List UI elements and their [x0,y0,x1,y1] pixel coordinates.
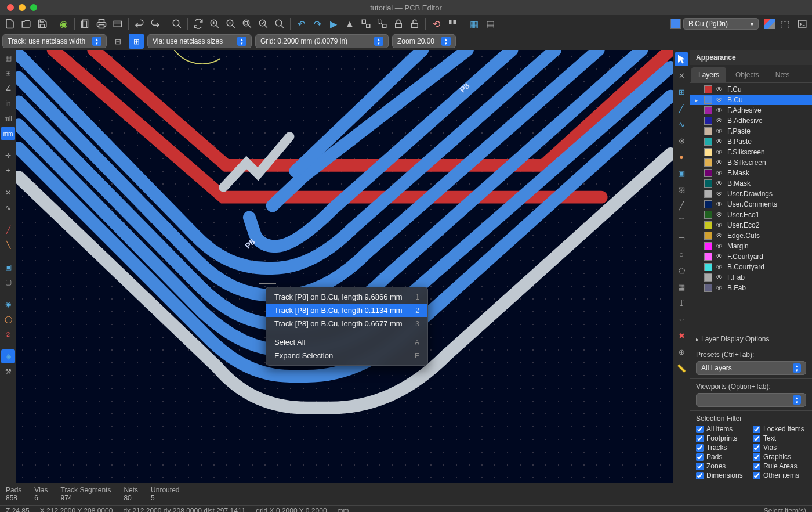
zoom-in-icon[interactable] [207,16,222,31]
rotate-ccw-icon[interactable]: ↶ [293,16,309,31]
layer-color-swatch[interactable] [704,148,712,156]
scripting-icon[interactable]: ⬚ [777,16,792,31]
tab-layers[interactable]: Layers [691,67,726,82]
filter-checkbox[interactable] [696,444,704,452]
layer-row-f-mask[interactable]: 👁 F.Mask [690,168,812,178]
add-dimension-icon[interactable]: ↔ [675,312,688,326]
layer-row-user-comments[interactable]: 👁 User.Comments [690,199,812,210]
draw-line-icon[interactable]: ╱ [675,199,688,212]
layer-visibility-icon[interactable]: 👁 [716,200,724,208]
delete-icon[interactable]: ✖ [675,329,688,342]
filter-checkbox[interactable] [753,453,760,461]
console-icon[interactable] [795,16,810,31]
layer-color-swatch[interactable] [704,253,712,261]
track-fill-icon[interactable]: ⊘ [1,327,15,341]
polar-coords-icon[interactable]: ∠ [1,81,15,95]
layer-visibility-icon[interactable]: 👁 [716,221,724,229]
undo-icon[interactable] [132,16,147,31]
layer-color-swatch[interactable] [704,263,712,271]
layer-visibility-icon[interactable]: 👁 [716,85,724,93]
layer-color-swatch[interactable] [704,85,712,93]
filter-zones[interactable]: Zones [696,462,749,470]
layer-row-b-adhesive[interactable]: 👁 B.Adhesive [690,116,812,126]
layer-row-f-paste[interactable]: 👁 F.Paste [690,126,812,136]
filter-checkbox[interactable] [753,444,760,452]
layer-visibility-icon[interactable]: 👁 [716,232,724,240]
layer-color-swatch[interactable] [704,232,712,240]
layer-row-b-fab[interactable]: 👁 B.Fab [690,283,812,293]
layer-row-f-courtyard[interactable]: 👁 F.Courtyard [690,251,812,262]
zoom-combo[interactable]: Zoom 20.00▴▾ [392,34,456,48]
zone-fill-icon[interactable]: ▣ [1,260,15,274]
unlock-icon[interactable] [407,16,422,31]
net-highlight-icon[interactable]: ✕ [675,68,688,82]
layer-visibility-icon[interactable]: 👁 [716,273,724,282]
filter-locked-items[interactable]: Locked items [753,425,806,433]
find-icon[interactable] [169,16,184,31]
grid-combo[interactable]: Grid: 0.2000 mm (0.0079 in)▴▾ [255,34,389,48]
group-icon[interactable] [358,16,374,31]
new-icon[interactable] [2,16,17,31]
layer-color-swatch[interactable] [704,190,712,198]
layer-visibility-icon[interactable]: 👁 [716,106,724,114]
filter-checkbox[interactable] [753,435,760,442]
layer-row-b-mask[interactable]: 👁 B.Mask [690,178,812,189]
layer-color-swatch[interactable] [704,138,712,146]
minimize-button[interactable] [19,4,26,11]
layer-visibility-icon[interactable]: 👁 [716,117,724,125]
ratsnest-icon[interactable]: ✕ [1,186,15,200]
set-origin-icon[interactable]: ⊕ [675,345,688,359]
measure-icon[interactable]: 📏 [675,361,688,375]
open-icon[interactable] [19,16,34,31]
zone-outline-icon[interactable]: ▢ [1,275,15,289]
mirror-h-icon[interactable]: ▲ [342,16,357,31]
filter-all-items[interactable]: All items [696,425,749,433]
erc-icon[interactable]: ▤ [483,16,498,31]
draw-arc-icon[interactable]: ⌒ [675,215,688,229]
layer-list[interactable]: 👁 F.Cu▸ 👁 B.Cu 👁 F.Adhesive 👁 B.Adhesive… [690,83,812,331]
tab-objects[interactable]: Objects [728,67,766,82]
filter-footprints[interactable]: Footprints [696,434,749,442]
pcb-canvas[interactable]: P8 P8 Track [P8] on B.Cu, length 9.6866 … [16,50,673,483]
layer-visibility-icon[interactable]: 👁 [716,284,724,292]
add-rule-area-icon[interactable]: ▨ [675,182,688,196]
layer-color-swatch[interactable] [704,273,712,282]
layer-visibility-icon[interactable]: 👁 [716,242,724,250]
filter-checkbox[interactable] [753,426,760,433]
ctx-item-track-1[interactable]: Track [P8] on B.Cu, length 9.6866 mm1 [266,290,427,304]
add-via-icon[interactable]: ● [675,150,688,164]
layer-color-swatch[interactable] [704,106,712,114]
layer-color-swatch[interactable] [704,221,712,229]
units-mil-icon[interactable]: mil [1,111,15,125]
layer-visibility-icon[interactable]: 👁 [716,190,724,198]
refresh-icon[interactable] [191,16,206,31]
via-fill-icon[interactable]: ◯ [1,312,15,326]
layer-visibility-icon[interactable]: 👁 [716,211,724,219]
filter-dimensions[interactable]: Dimensions [696,471,749,479]
grid-toggle-icon[interactable]: ▦ [1,51,15,65]
layer-color-swatch[interactable] [704,211,712,219]
tune-length-icon[interactable]: ⊗ [675,134,688,147]
zoom-fit-icon[interactable] [240,16,255,31]
print-icon[interactable] [94,16,109,31]
layer-row-f-fab[interactable]: 👁 F.Fab [690,272,812,283]
place-footprint-icon[interactable]: ⊞ [675,85,688,99]
filter-rule-areas[interactable]: Rule Areas [753,462,806,470]
save-icon[interactable] [35,16,50,31]
layer-row-edge-cuts[interactable]: 👁 Edge.Cuts [690,230,812,241]
layer-pair-icon[interactable] [764,19,775,29]
select-tool-icon[interactable] [675,52,688,66]
cursor-small-icon[interactable]: + [1,164,15,178]
layer-color-swatch[interactable] [704,117,712,125]
layer-row-margin[interactable]: 👁 Margin [690,241,812,251]
track-width-from-pad-icon[interactable]: ⊞ [129,34,144,49]
layer-visibility-icon[interactable]: 👁 [716,127,724,135]
viewports-combo[interactable]: ▴▾ [696,393,806,407]
layer-row-b-paste[interactable]: 👁 B.Paste [690,136,812,147]
draw-circle-icon[interactable]: ○ [675,247,688,261]
via-size-combo[interactable]: Via: use netclass sizes▴▾ [147,34,252,48]
filter-checkbox[interactable] [753,463,760,470]
units-mm-icon[interactable]: mm [1,127,15,140]
layer-row-b-silkscreen[interactable]: 👁 B.Silkscreen [690,157,812,168]
filter-checkbox[interactable] [696,426,704,433]
